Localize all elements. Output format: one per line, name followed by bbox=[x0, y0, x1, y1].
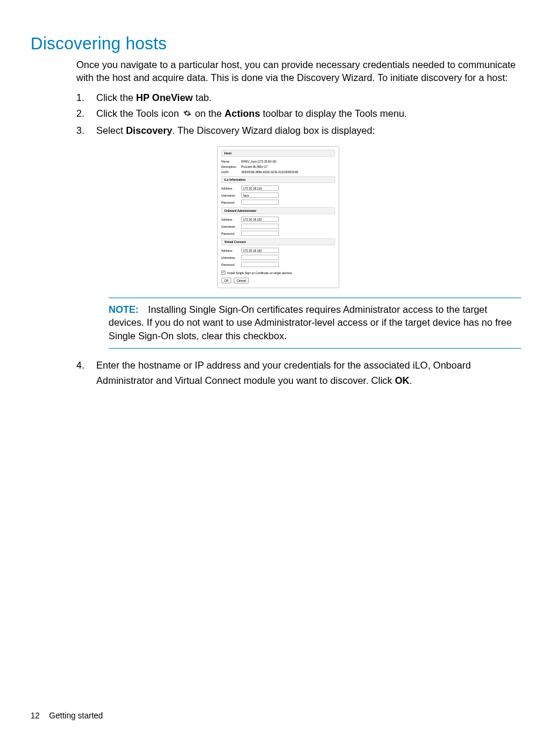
step-2-bold: Actions bbox=[225, 108, 261, 119]
step-1-bold: HP OneView bbox=[136, 92, 193, 103]
ilo-address-input[interactable]: 172.30.18.119 bbox=[241, 185, 279, 191]
step-3-text: Select Discovery. The Discovery Wizard d… bbox=[96, 123, 521, 139]
step-4-text-c: . bbox=[409, 375, 412, 386]
ilo-username-input[interactable]: hpcs bbox=[241, 193, 279, 198]
step-4: 4. Enter the hostname or IP address and … bbox=[76, 358, 521, 388]
page-number: 12 bbox=[31, 711, 40, 720]
discovery-dialog-screenshot: Host Name:RHEV_host (172.30.80.19) Descr… bbox=[217, 146, 521, 288]
oa-address-label: Address: bbox=[221, 218, 241, 221]
ok-button[interactable]: OK bbox=[221, 278, 231, 283]
step-4-text-a: Enter the hostname or IP address and you… bbox=[96, 360, 471, 386]
vc-password-input[interactable] bbox=[241, 262, 279, 267]
oa-username-label: Username: bbox=[221, 225, 241, 228]
ilo-address-label: Address: bbox=[221, 187, 241, 190]
ilo-password-input[interactable] bbox=[241, 200, 279, 205]
step-1: 1. Click the HP OneView tab. bbox=[76, 90, 521, 106]
step-4-num: 4. bbox=[76, 358, 96, 388]
note-label: NOTE: bbox=[109, 304, 139, 315]
vc-address-input[interactable]: 172.30.18.100 bbox=[241, 248, 279, 253]
oa-section-header: Onboard Administrator bbox=[221, 207, 335, 214]
section-heading: Discovering hosts bbox=[31, 34, 529, 53]
step-4-text: Enter the hostname or IP address and you… bbox=[96, 358, 521, 388]
discovery-dialog: Host Name:RHEV_host (172.30.80.19) Descr… bbox=[217, 146, 339, 288]
footer-section: Getting started bbox=[49, 711, 103, 720]
page-footer: 12Getting started bbox=[31, 711, 103, 720]
host-desc-label: Description: bbox=[221, 165, 241, 168]
step-1-text-a: Click the bbox=[96, 92, 136, 103]
vc-address-label: Address: bbox=[221, 249, 241, 252]
host-uuid-value: 39333036-3836-4D32-3232-313130303148 bbox=[241, 170, 335, 174]
step-2-text-d: toolbar to display the Tools menu. bbox=[260, 108, 407, 119]
step-2-num: 2. bbox=[76, 106, 96, 122]
host-uuid-label: UUID: bbox=[221, 170, 241, 174]
dialog-host-header: Host bbox=[221, 150, 335, 157]
vc-password-label: Password: bbox=[221, 263, 241, 266]
step-3-text-a: Select bbox=[96, 125, 126, 136]
ilo-username-label: Username: bbox=[221, 194, 241, 197]
sso-checkbox-label: Install Single Sign-on Certificate on ta… bbox=[227, 271, 292, 275]
vc-username-input[interactable] bbox=[241, 255, 279, 260]
ilo-password-label: Password: bbox=[221, 201, 241, 204]
step-4-bold: OK bbox=[395, 375, 410, 386]
cancel-button[interactable]: Cancel bbox=[234, 278, 249, 283]
step-3-bold: Discovery bbox=[126, 125, 172, 136]
step-3-num: 3. bbox=[76, 123, 96, 139]
oa-username-input[interactable] bbox=[241, 224, 279, 229]
vc-section-header: Virtual Connect bbox=[221, 238, 335, 245]
ilo-section-header: iLo Information bbox=[221, 176, 335, 183]
oa-password-label: Password: bbox=[221, 232, 241, 235]
step-2-text-c: on the bbox=[193, 108, 225, 119]
host-name-label: Name: bbox=[221, 160, 241, 163]
gear-icon bbox=[183, 107, 191, 122]
step-1-num: 1. bbox=[76, 90, 96, 106]
note-text: Installing Single Sign-On certificates r… bbox=[109, 304, 512, 341]
host-name-value: RHEV_host (172.30.80.19) bbox=[241, 160, 335, 163]
oa-password-input[interactable] bbox=[241, 231, 279, 236]
step-3-text-c: . The Discovery Wizard dialog box is dis… bbox=[172, 125, 375, 136]
host-desc-value: ProLiant BL480c G7 bbox=[241, 165, 335, 168]
step-2-text-a: Click the Tools icon bbox=[96, 108, 182, 119]
step-2-text: Click the Tools icon on the Actions tool… bbox=[96, 106, 521, 122]
sso-checkbox[interactable] bbox=[221, 271, 225, 275]
note-box: NOTE:Installing Single Sign-On certifica… bbox=[109, 298, 521, 349]
step-1-text-c: tab. bbox=[193, 92, 211, 103]
vc-username-label: Username: bbox=[221, 256, 241, 259]
step-1-text: Click the HP OneView tab. bbox=[96, 90, 521, 106]
step-3: 3. Select Discovery. The Discovery Wizar… bbox=[76, 123, 521, 139]
oa-address-input[interactable]: 172.30.18.120 bbox=[241, 217, 279, 222]
step-2: 2. Click the Tools icon on the Actions t… bbox=[76, 106, 521, 122]
intro-paragraph: Once you navigate to a particular host, … bbox=[76, 58, 521, 85]
